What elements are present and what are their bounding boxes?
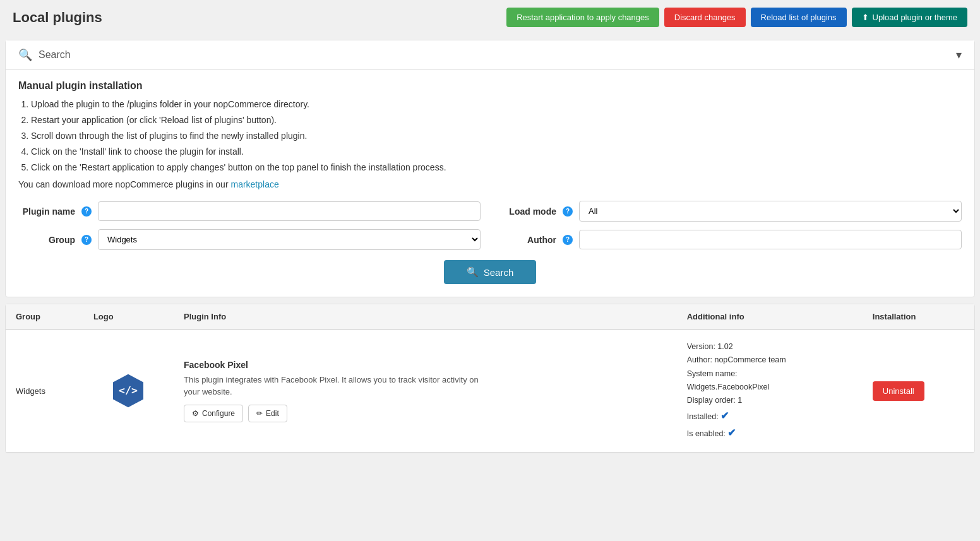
plugin-name-help-icon[interactable]: ?	[81, 206, 92, 217]
step-2: Restart your application (or click 'Relo…	[31, 114, 962, 127]
author-label: Author	[499, 235, 556, 245]
row-plugin-info: Facebook Pixel This plugin integrates wi…	[174, 330, 677, 452]
row-group: Widgets	[6, 330, 83, 452]
manual-install-steps: Upload the plugin to the /plugins folder…	[18, 98, 962, 174]
marketplace-line: You can download more nopCommerce plugin…	[18, 179, 962, 189]
additional-info-block: Version: 1.02 Author: nopCommerce team S…	[687, 340, 852, 442]
plugin-name: Facebook Pixel	[184, 360, 667, 370]
group-select[interactable]: All Widgets Payment Shipping Tax Authent…	[98, 229, 481, 250]
upload-icon: ⬆	[862, 13, 869, 22]
reload-button[interactable]: Reload list of plugins	[751, 8, 847, 27]
plugin-logo-svg: </>	[109, 372, 147, 410]
row-additional-info: Version: 1.02 Author: nopCommerce team S…	[677, 330, 863, 452]
plugin-desc: This plugin integrates with Facebook Pix…	[184, 374, 487, 398]
load-mode-label: Load mode	[499, 206, 556, 217]
author-info: Author: nopCommerce team	[687, 354, 852, 367]
plugin-name-label: Plugin name	[18, 206, 75, 217]
search-section: Manual plugin installation Upload the pl…	[6, 70, 974, 297]
step-3: Scroll down through the list of plugins …	[31, 129, 962, 143]
plugin-actions: ⚙ Configure ✏ Edit	[184, 405, 667, 422]
search-icon: 🔍	[18, 48, 32, 62]
enabled-line: Is enabled: ✔	[687, 424, 852, 441]
version-info: Version: 1.02	[687, 340, 852, 354]
plugin-name-filter: Plugin name ?	[18, 201, 481, 222]
col-logo: Logo	[83, 304, 174, 330]
svg-text:</>: </>	[119, 385, 138, 397]
table-header-row: Group Logo Plugin Info Additional info I…	[6, 304, 974, 330]
col-installation: Installation	[863, 304, 974, 330]
discard-button[interactable]: Discard changes	[664, 8, 746, 27]
group-filter: Group ? All Widgets Payment Shipping Tax…	[18, 229, 481, 250]
table-row: Widgets </> Facebook Pixel This plugin i…	[6, 330, 974, 452]
row-logo: </>	[83, 330, 174, 452]
filter-grid: Plugin name ? Load mode ? All Installed …	[18, 201, 962, 250]
search-button[interactable]: 🔍 Search	[444, 260, 537, 284]
col-group: Group	[6, 304, 83, 330]
edit-button[interactable]: ✏ Edit	[248, 405, 287, 422]
plugin-name-input[interactable]	[98, 201, 481, 221]
group-label: Group	[18, 235, 75, 245]
enabled-check-icon: ✔	[727, 427, 736, 438]
col-additional-info: Additional info	[677, 304, 863, 330]
plugin-logo-container: </>	[93, 372, 164, 410]
load-mode-help-icon[interactable]: ?	[563, 206, 573, 217]
restart-button[interactable]: Restart application to apply changes	[506, 8, 659, 27]
author-input[interactable]	[579, 230, 962, 249]
configure-button[interactable]: ⚙ Configure	[184, 405, 243, 422]
search-card: 🔍 Search ▾ Manual plugin installation Up…	[5, 40, 975, 297]
group-help-icon[interactable]: ?	[81, 235, 92, 245]
uninstall-button[interactable]: Uninstall	[873, 381, 924, 401]
search-btn-icon: 🔍	[467, 266, 479, 278]
search-btn-row: 🔍 Search	[18, 260, 962, 284]
edit-icon: ✏	[256, 409, 263, 418]
search-bar-label: 🔍 Search	[18, 48, 71, 62]
search-bar-top: 🔍 Search ▾	[6, 40, 974, 70]
page-header: Local plugins Restart application to app…	[0, 0, 980, 35]
row-installation: Uninstall	[863, 330, 974, 452]
marketplace-link[interactable]: marketplace	[230, 179, 278, 189]
display-order: Display order: 1	[687, 394, 852, 407]
plugins-table-section: Group Logo Plugin Info Additional info I…	[5, 304, 975, 453]
installed-line: Installed: ✔	[687, 407, 852, 424]
manual-install-section: Manual plugin installation Upload the pl…	[18, 80, 962, 189]
system-name-label: System name:	[687, 367, 852, 381]
author-help-icon[interactable]: ?	[563, 235, 573, 245]
upload-button[interactable]: ⬆ Upload plugin or theme	[852, 8, 967, 27]
step-4: Click on the 'Install' link to choose th…	[31, 145, 962, 158]
col-plugin-info: Plugin Info	[174, 304, 677, 330]
installed-check-icon: ✔	[720, 410, 729, 421]
step-5: Click on the 'Restart application to app…	[31, 161, 962, 174]
step-1: Upload the plugin to the /plugins folder…	[31, 98, 962, 111]
page-title: Local plugins	[13, 9, 102, 26]
header-buttons: Restart application to apply changes Dis…	[506, 8, 967, 27]
author-filter: Author ?	[499, 229, 962, 250]
load-mode-filter: Load mode ? All Installed only Not insta…	[499, 201, 962, 222]
manual-install-title: Manual plugin installation	[18, 80, 962, 92]
chevron-down-icon[interactable]: ▾	[956, 48, 962, 62]
system-name-value: Widgets.FacebookPixel	[687, 381, 852, 394]
configure-icon: ⚙	[192, 409, 199, 418]
load-mode-select[interactable]: All Installed only Not installed only	[579, 201, 962, 222]
plugins-table: Group Logo Plugin Info Additional info I…	[6, 304, 974, 453]
